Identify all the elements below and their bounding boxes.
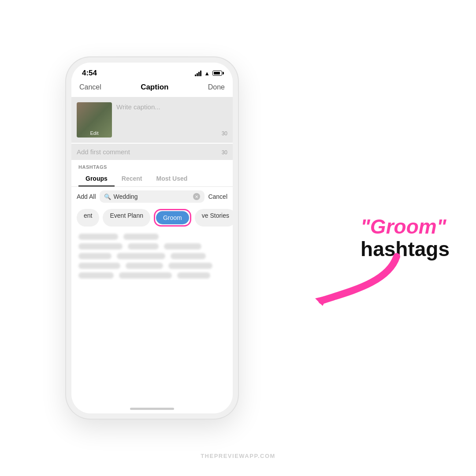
result-row-3 bbox=[78, 253, 226, 259]
phone-screen: 4:54 ▲ Cancel Caption bbox=[71, 63, 233, 413]
result-tag bbox=[164, 243, 201, 249]
result-tag bbox=[123, 234, 159, 240]
wifi-icon: ▲ bbox=[204, 70, 210, 77]
scene: 4:54 ▲ Cancel Caption bbox=[0, 0, 476, 476]
photo-thumbnail[interactable]: Edit bbox=[77, 102, 112, 138]
signal-icon bbox=[195, 70, 201, 76]
search-input[interactable]: Wedding bbox=[114, 193, 191, 200]
comment-area: Add first comment 30 bbox=[71, 144, 233, 160]
status-icons: ▲ bbox=[195, 70, 222, 77]
result-tag bbox=[78, 263, 120, 269]
search-cancel-button[interactable]: Cancel bbox=[208, 193, 227, 200]
result-tag bbox=[168, 263, 212, 269]
tab-most-used[interactable]: Most Used bbox=[149, 171, 194, 186]
search-icon: 🔍 bbox=[104, 193, 111, 200]
result-tag bbox=[78, 234, 118, 240]
result-tag bbox=[126, 263, 163, 269]
arrow-container bbox=[313, 248, 401, 311]
caption-placeholder[interactable]: Write caption... bbox=[116, 102, 227, 130]
tab-groups[interactable]: Groups bbox=[78, 171, 115, 186]
phone-shell: 4:54 ▲ Cancel Caption bbox=[66, 57, 238, 419]
battery-icon bbox=[212, 71, 222, 76]
add-all-button[interactable]: Add All bbox=[77, 193, 96, 200]
cancel-button[interactable]: Cancel bbox=[79, 83, 101, 91]
result-row-2 bbox=[78, 243, 226, 249]
pill-groom-highlighted: Groom bbox=[154, 209, 191, 227]
comment-placeholder[interactable]: Add first comment bbox=[77, 148, 130, 156]
nav-bar: Cancel Caption Done bbox=[71, 81, 233, 97]
comment-char-count: 30 bbox=[222, 149, 227, 156]
hashtag-tabs: Groups Recent Most Used bbox=[71, 171, 233, 187]
home-indicator-area bbox=[71, 404, 233, 413]
nav-title: Caption bbox=[141, 83, 168, 92]
arrow-icon bbox=[313, 248, 401, 309]
annotation-groom-text: "Groom" bbox=[361, 216, 446, 238]
search-row: Add All 🔍 Wedding ✕ Cancel bbox=[71, 187, 233, 206]
result-tag bbox=[117, 253, 165, 259]
hashtag-results bbox=[71, 229, 233, 404]
pill-groom[interactable]: Groom bbox=[156, 211, 189, 224]
status-bar: 4:54 ▲ bbox=[71, 63, 233, 81]
caption-area: Edit Write caption... 30 bbox=[71, 97, 233, 143]
result-tag bbox=[78, 272, 114, 279]
hashtags-section: HASHTAGS Groups Recent Most Used Add All bbox=[71, 160, 233, 413]
result-tag bbox=[119, 272, 172, 279]
home-indicator bbox=[130, 408, 174, 410]
pill-event-plann[interactable]: Event Plann bbox=[103, 209, 150, 227]
edit-label[interactable]: Edit bbox=[90, 130, 99, 136]
result-tag bbox=[78, 253, 112, 259]
search-box[interactable]: 🔍 Wedding ✕ bbox=[100, 190, 205, 203]
caption-char-count: 30 bbox=[222, 130, 227, 138]
hashtags-label: HASHTAGS bbox=[71, 160, 233, 171]
result-tag bbox=[78, 243, 123, 249]
category-pills: ent Event Plann Groom ve Stories Par bbox=[71, 206, 233, 229]
watermark: THEPREVIEWAPP.COM bbox=[201, 453, 275, 459]
status-time: 4:54 bbox=[82, 69, 97, 78]
done-button[interactable]: Done bbox=[208, 83, 225, 91]
result-tag bbox=[171, 253, 206, 259]
pill-ent[interactable]: ent bbox=[77, 209, 99, 227]
pill-love-stories[interactable]: ve Stories bbox=[195, 209, 233, 227]
result-tag bbox=[177, 272, 210, 279]
tab-recent[interactable]: Recent bbox=[115, 171, 149, 186]
result-tag bbox=[128, 243, 159, 249]
result-row-4 bbox=[78, 263, 226, 269]
search-clear-button[interactable]: ✕ bbox=[193, 193, 200, 200]
result-row-5 bbox=[78, 272, 226, 279]
result-row-1 bbox=[78, 234, 226, 240]
